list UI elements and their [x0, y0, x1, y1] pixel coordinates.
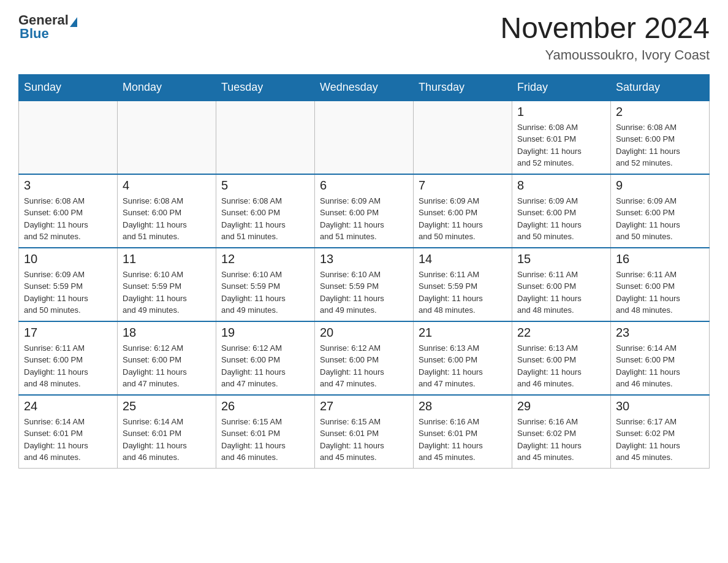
title-area: November 2024 Yamoussoukro, Ivory Coast [500, 12, 710, 63]
day-number: 1 [517, 105, 605, 119]
calendar-cell: 10Sunrise: 6:09 AM Sunset: 5:59 PM Dayli… [19, 248, 118, 321]
day-info: Sunrise: 6:16 AM Sunset: 6:02 PM Dayligh… [517, 416, 605, 464]
day-number: 20 [320, 326, 408, 340]
calendar-cell: 28Sunrise: 6:16 AM Sunset: 6:01 PM Dayli… [414, 395, 512, 469]
day-number: 6 [320, 178, 408, 193]
day-info: Sunrise: 6:15 AM Sunset: 6:01 PM Dayligh… [221, 416, 309, 464]
day-number: 9 [616, 178, 704, 193]
day-info: Sunrise: 6:08 AM Sunset: 6:00 PM Dayligh… [123, 195, 211, 243]
calendar-cell [414, 101, 512, 174]
day-info: Sunrise: 6:14 AM Sunset: 6:01 PM Dayligh… [24, 416, 112, 464]
day-info: Sunrise: 6:13 AM Sunset: 6:00 PM Dayligh… [419, 342, 507, 390]
logo-blue-text: Blue [20, 26, 49, 42]
day-info: Sunrise: 6:09 AM Sunset: 6:00 PM Dayligh… [517, 195, 605, 243]
calendar-cell: 9Sunrise: 6:09 AM Sunset: 6:00 PM Daylig… [611, 174, 710, 248]
day-number: 19 [221, 326, 309, 340]
calendar-cell: 18Sunrise: 6:12 AM Sunset: 6:00 PM Dayli… [118, 321, 216, 395]
calendar-cell: 7Sunrise: 6:09 AM Sunset: 6:00 PM Daylig… [414, 174, 512, 248]
calendar-cell: 16Sunrise: 6:11 AM Sunset: 6:00 PM Dayli… [611, 248, 710, 321]
day-info: Sunrise: 6:17 AM Sunset: 6:02 PM Dayligh… [616, 416, 704, 464]
calendar-cell [216, 101, 315, 174]
day-info: Sunrise: 6:09 AM Sunset: 6:00 PM Dayligh… [419, 195, 507, 243]
calendar-cell: 29Sunrise: 6:16 AM Sunset: 6:02 PM Dayli… [512, 395, 611, 469]
header-tuesday: Tuesday [216, 74, 315, 101]
calendar-cell: 27Sunrise: 6:15 AM Sunset: 6:01 PM Dayli… [315, 395, 414, 469]
day-number: 11 [123, 252, 211, 266]
calendar-cell: 17Sunrise: 6:11 AM Sunset: 6:00 PM Dayli… [19, 321, 118, 395]
calendar-cell: 22Sunrise: 6:13 AM Sunset: 6:00 PM Dayli… [512, 321, 611, 395]
day-info: Sunrise: 6:10 AM Sunset: 5:59 PM Dayligh… [320, 269, 408, 316]
header-saturday: Saturday [611, 74, 710, 101]
day-info: Sunrise: 6:09 AM Sunset: 6:00 PM Dayligh… [616, 195, 704, 243]
day-number: 5 [221, 178, 309, 193]
day-number: 22 [517, 326, 605, 340]
day-info: Sunrise: 6:10 AM Sunset: 5:59 PM Dayligh… [221, 269, 309, 316]
day-info: Sunrise: 6:12 AM Sunset: 6:00 PM Dayligh… [320, 342, 408, 390]
header-monday: Monday [118, 74, 216, 101]
header-thursday: Thursday [414, 74, 512, 101]
day-info: Sunrise: 6:13 AM Sunset: 6:00 PM Dayligh… [517, 342, 605, 390]
calendar-cell: 5Sunrise: 6:08 AM Sunset: 6:00 PM Daylig… [216, 174, 315, 248]
week-row-2: 3Sunrise: 6:08 AM Sunset: 6:00 PM Daylig… [19, 174, 710, 248]
calendar-subtitle: Yamoussoukro, Ivory Coast [500, 47, 710, 63]
calendar-cell: 26Sunrise: 6:15 AM Sunset: 6:01 PM Dayli… [216, 395, 315, 469]
weekday-header-row: Sunday Monday Tuesday Wednesday Thursday… [19, 74, 710, 101]
day-info: Sunrise: 6:11 AM Sunset: 5:59 PM Dayligh… [419, 269, 507, 316]
day-number: 7 [419, 178, 507, 193]
day-number: 3 [24, 178, 112, 193]
day-info: Sunrise: 6:08 AM Sunset: 6:01 PM Dayligh… [517, 121, 605, 169]
page-header: General Blue November 2024 Yamoussoukro,… [18, 12, 710, 63]
day-info: Sunrise: 6:12 AM Sunset: 6:00 PM Dayligh… [221, 342, 309, 390]
day-number: 23 [616, 326, 704, 340]
logo-arrow-icon [70, 17, 77, 27]
day-info: Sunrise: 6:11 AM Sunset: 6:00 PM Dayligh… [616, 269, 704, 316]
day-number: 24 [24, 399, 112, 413]
day-number: 4 [123, 178, 211, 193]
calendar-cell: 4Sunrise: 6:08 AM Sunset: 6:00 PM Daylig… [118, 174, 216, 248]
day-number: 8 [517, 178, 605, 193]
day-info: Sunrise: 6:14 AM Sunset: 6:00 PM Dayligh… [616, 342, 704, 390]
calendar-cell: 8Sunrise: 6:09 AM Sunset: 6:00 PM Daylig… [512, 174, 611, 248]
day-number: 14 [419, 252, 507, 266]
calendar-table: Sunday Monday Tuesday Wednesday Thursday… [18, 74, 710, 469]
day-info: Sunrise: 6:11 AM Sunset: 6:00 PM Dayligh… [517, 269, 605, 316]
calendar-cell [19, 101, 118, 174]
day-number: 17 [24, 326, 112, 340]
day-number: 15 [517, 252, 605, 266]
day-number: 29 [517, 399, 605, 413]
day-number: 12 [221, 252, 309, 266]
day-number: 28 [419, 399, 507, 413]
day-number: 25 [123, 399, 211, 413]
calendar-cell: 30Sunrise: 6:17 AM Sunset: 6:02 PM Dayli… [611, 395, 710, 469]
week-row-1: 1Sunrise: 6:08 AM Sunset: 6:01 PM Daylig… [19, 101, 710, 174]
logo: General Blue [18, 12, 77, 42]
week-row-5: 24Sunrise: 6:14 AM Sunset: 6:01 PM Dayli… [19, 395, 710, 469]
calendar-cell: 23Sunrise: 6:14 AM Sunset: 6:00 PM Dayli… [611, 321, 710, 395]
day-number: 27 [320, 399, 408, 413]
day-number: 21 [419, 326, 507, 340]
calendar-cell: 24Sunrise: 6:14 AM Sunset: 6:01 PM Dayli… [19, 395, 118, 469]
header-wednesday: Wednesday [315, 74, 414, 101]
day-info: Sunrise: 6:14 AM Sunset: 6:01 PM Dayligh… [123, 416, 211, 464]
day-number: 16 [616, 252, 704, 266]
calendar-cell: 25Sunrise: 6:14 AM Sunset: 6:01 PM Dayli… [118, 395, 216, 469]
day-info: Sunrise: 6:09 AM Sunset: 6:00 PM Dayligh… [320, 195, 408, 243]
calendar-cell: 13Sunrise: 6:10 AM Sunset: 5:59 PM Dayli… [315, 248, 414, 321]
calendar-title: November 2024 [500, 12, 710, 45]
calendar-cell: 14Sunrise: 6:11 AM Sunset: 5:59 PM Dayli… [414, 248, 512, 321]
day-number: 10 [24, 252, 112, 266]
header-sunday: Sunday [19, 74, 118, 101]
calendar-cell: 21Sunrise: 6:13 AM Sunset: 6:00 PM Dayli… [414, 321, 512, 395]
day-number: 30 [616, 399, 704, 413]
week-row-4: 17Sunrise: 6:11 AM Sunset: 6:00 PM Dayli… [19, 321, 710, 395]
day-info: Sunrise: 6:11 AM Sunset: 6:00 PM Dayligh… [24, 342, 112, 390]
day-info: Sunrise: 6:16 AM Sunset: 6:01 PM Dayligh… [419, 416, 507, 464]
day-info: Sunrise: 6:08 AM Sunset: 6:00 PM Dayligh… [24, 195, 112, 243]
day-info: Sunrise: 6:08 AM Sunset: 6:00 PM Dayligh… [221, 195, 309, 243]
calendar-cell: 3Sunrise: 6:08 AM Sunset: 6:00 PM Daylig… [19, 174, 118, 248]
calendar-cell: 19Sunrise: 6:12 AM Sunset: 6:00 PM Dayli… [216, 321, 315, 395]
day-info: Sunrise: 6:12 AM Sunset: 6:00 PM Dayligh… [123, 342, 211, 390]
calendar-cell: 15Sunrise: 6:11 AM Sunset: 6:00 PM Dayli… [512, 248, 611, 321]
calendar-cell: 6Sunrise: 6:09 AM Sunset: 6:00 PM Daylig… [315, 174, 414, 248]
day-info: Sunrise: 6:15 AM Sunset: 6:01 PM Dayligh… [320, 416, 408, 464]
